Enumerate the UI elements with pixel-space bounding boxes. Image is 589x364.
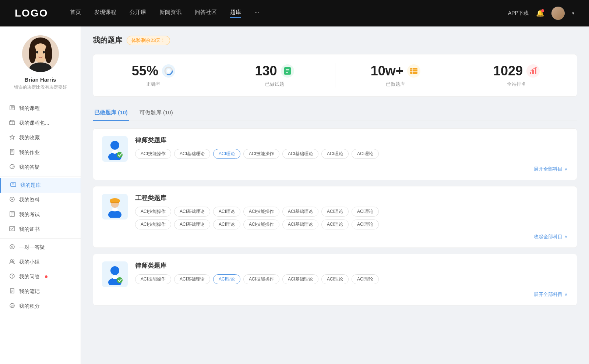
svg-point-8 xyxy=(43,51,45,54)
tag-3-selected[interactable]: ACI理论 xyxy=(213,149,240,159)
sidebar-item-group[interactable]: 我的小组 xyxy=(0,255,81,270)
law2-tag-7[interactable]: ACI理论 xyxy=(352,274,379,284)
sidebar-item-my-questions[interactable]: ? 我的问答 xyxy=(0,270,81,284)
tag-6[interactable]: ACI理论 xyxy=(321,149,349,159)
svg-rect-56 xyxy=(532,70,534,74)
eng-tag-2[interactable]: ACI基础理论 xyxy=(174,207,210,217)
stat-rank-top: 1029 xyxy=(456,63,577,79)
sidebar-item-homework[interactable]: 我的作业 xyxy=(0,145,81,160)
qbank-lawyer-1-icon xyxy=(102,136,128,162)
sidebar-menu: 我的课程 我的课程包... 我的收藏 我的作业 xyxy=(0,98,81,317)
svg-text:?: ? xyxy=(12,275,14,278)
nav-open-course[interactable]: 公开课 xyxy=(130,9,146,18)
svg-point-46 xyxy=(167,69,170,73)
nav-home[interactable]: 首页 xyxy=(70,9,81,18)
nav-qbank[interactable]: 题库 xyxy=(230,9,241,18)
eng-tag-6[interactable]: ACI理论 xyxy=(321,207,349,217)
tag-7[interactable]: ACI理论 xyxy=(352,149,379,159)
nav-qa[interactable]: 问答社区 xyxy=(195,9,217,18)
engineer-svg-icon xyxy=(106,196,124,218)
questions-icon: ? xyxy=(9,273,15,281)
lawyer-svg-icon xyxy=(106,138,124,160)
nav-discover[interactable]: 发现课程 xyxy=(94,9,116,18)
rank-icon xyxy=(526,64,540,78)
svg-point-7 xyxy=(36,51,38,54)
qbank-card-engineer-footer: 收起全部科目 ∧ xyxy=(102,233,568,240)
svg-point-3 xyxy=(29,44,36,63)
eng-tag-5[interactable]: ACI基础理论 xyxy=(282,207,318,217)
eng-tag-13[interactable]: ACI理论 xyxy=(321,220,349,229)
qbank-card-lawyer-1-name: 律师类题库 xyxy=(135,136,568,144)
sidebar-item-course-package[interactable]: 我的课程包... xyxy=(0,116,81,131)
nav-news[interactable]: 新闻资讯 xyxy=(159,9,181,18)
stat-questions-done-label: 已做试题 xyxy=(214,81,335,88)
stats-row: 55% 正确率 130 xyxy=(93,54,577,97)
materials-icon xyxy=(9,196,15,204)
eng-tag-10[interactable]: ACI理论 xyxy=(213,220,240,229)
sidebar-item-certificate[interactable]: 我的证书 xyxy=(0,222,81,237)
eng-tag-11[interactable]: ACI技能操作 xyxy=(243,220,279,229)
sidebar-item-qa-my[interactable]: ? 我的答疑 xyxy=(0,160,81,175)
law2-tag-1[interactable]: ACI技能操作 xyxy=(135,274,171,284)
app-download-link[interactable]: APP下载 xyxy=(508,10,529,17)
points-icon: 积 xyxy=(9,303,15,310)
stat-questions-done-top: 130 xyxy=(214,63,335,79)
svg-point-33 xyxy=(10,245,14,249)
eng-tag-3[interactable]: ACI理论 xyxy=(213,207,240,217)
notification-bell[interactable]: 🔔 xyxy=(536,9,544,17)
sidebar-item-qbank[interactable]: 我的题库 xyxy=(0,178,81,193)
qbank-card-lawyer-2-body: 律师类题库 ACI技能操作 ACI基础理论 ACI理论 ACI技能操作 ACI基… xyxy=(135,261,568,284)
svg-point-4 xyxy=(45,44,52,63)
sidebar-item-favorites[interactable]: 我的收藏 xyxy=(0,131,81,145)
tag-5[interactable]: ACI基础理论 xyxy=(282,149,318,159)
expand-link-lawyer-1[interactable]: 展开全部科目 ∨ xyxy=(534,166,568,172)
svg-rect-51 xyxy=(410,68,417,74)
qbank-card-lawyer-2-top: 律师类题库 ACI技能操作 ACI基础理论 ACI理论 ACI技能操作 ACI基… xyxy=(102,261,568,287)
sidebar-item-one-on-one[interactable]: 一对一答疑 xyxy=(0,240,81,255)
law2-tag-4[interactable]: ACI技能操作 xyxy=(243,274,279,284)
svg-point-67 xyxy=(112,208,118,211)
qbank-icon xyxy=(10,182,17,189)
sidebar-item-label-group: 我的小组 xyxy=(19,259,40,265)
sidebar-item-label-qa: 我的答疑 xyxy=(19,164,40,171)
qbank-card-lawyer-2-footer: 展开全部科目 ∨ xyxy=(102,291,568,298)
law2-tag-6[interactable]: ACI理论 xyxy=(321,274,349,284)
collapse-link-engineer[interactable]: 收起全部科目 ∧ xyxy=(534,234,568,239)
law2-tag-2[interactable]: ACI基础理论 xyxy=(174,274,210,284)
course-package-icon xyxy=(9,119,15,127)
sidebar-item-exam[interactable]: 我的考试 xyxy=(0,207,81,222)
sidebar-item-label-course-package: 我的课程包... xyxy=(19,120,49,126)
sidebar-item-notes[interactable]: 我的笔记 xyxy=(0,284,81,299)
qbank-card-engineer: 工程类题库 ACI技能操作 ACI基础理论 ACI理论 ACI技能操作 ACI基… xyxy=(93,186,577,248)
qbank-card-lawyer-1-body: 律师类题库 ACI技能操作 ACI基础理论 ACI理论 ACI技能操作 ACI基… xyxy=(135,136,568,159)
tag-1[interactable]: ACI技能操作 xyxy=(135,149,171,159)
tab-done-banks[interactable]: 已做题库 (10) xyxy=(93,106,129,121)
tab-available-banks[interactable]: 可做题库 (10) xyxy=(138,106,174,121)
tag-2[interactable]: ACI基础理论 xyxy=(174,149,210,159)
eng-tag-9[interactable]: ACI基础理论 xyxy=(174,220,210,229)
stat-accuracy: 55% 正确率 xyxy=(93,63,214,88)
page-title: 我的题库 xyxy=(93,35,122,45)
law2-tag-3-selected[interactable]: ACI理论 xyxy=(213,274,240,284)
user-avatar[interactable] xyxy=(551,7,565,20)
user-menu-chevron[interactable]: ▾ xyxy=(572,11,574,16)
stat-rank-label: 全站排名 xyxy=(456,81,577,88)
trial-badge: 体验剩余23天！ xyxy=(127,36,170,45)
tag-4[interactable]: ACI技能操作 xyxy=(243,149,279,159)
stat-banks-done-top: 10w+ xyxy=(335,63,456,79)
law2-tag-5[interactable]: ACI基础理论 xyxy=(282,274,318,284)
eng-tag-1[interactable]: ACI技能操作 xyxy=(135,207,171,217)
nav-more[interactable]: ··· xyxy=(254,9,259,18)
eng-tag-12[interactable]: ACI基础理论 xyxy=(282,220,318,229)
expand-link-lawyer-2[interactable]: 展开全部科目 ∨ xyxy=(534,292,568,297)
sidebar-item-points[interactable]: 积 我的积分 xyxy=(0,299,81,314)
eng-tag-14[interactable]: ACI理论 xyxy=(352,220,379,229)
qbank-card-engineer-name: 工程类题库 xyxy=(135,194,568,202)
eng-tag-7[interactable]: ACI理论 xyxy=(352,207,379,217)
sidebar-avatar-wrap xyxy=(22,35,59,72)
eng-tag-4[interactable]: ACI技能操作 xyxy=(243,207,279,217)
lawyer2-svg-icon xyxy=(106,263,124,285)
eng-tag-8[interactable]: ACI技能操作 xyxy=(135,220,171,229)
sidebar-item-my-courses[interactable]: 我的课程 xyxy=(0,101,81,116)
sidebar-item-materials[interactable]: 我的资料 xyxy=(0,193,81,207)
